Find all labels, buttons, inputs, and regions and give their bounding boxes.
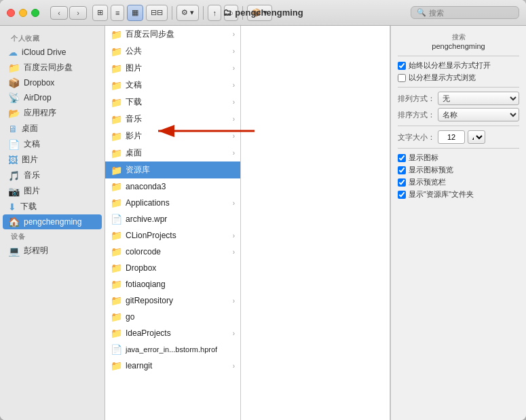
checkbox-always-column[interactable] xyxy=(398,62,406,70)
file-item-clion[interactable]: 📁 CLionProjects › xyxy=(105,227,240,244)
sidebar-item-pics[interactable]: 🖼 图片 xyxy=(0,152,105,168)
sidebar-item-airdrop[interactable]: 📡 AirDrop xyxy=(0,90,105,105)
file-label: archive.wpr xyxy=(126,214,167,224)
back-button[interactable]: ‹ xyxy=(50,6,68,20)
file-item-pictures[interactable]: 📁 图片 › xyxy=(105,60,240,77)
file-item-public[interactable]: 📁 公共 › xyxy=(105,43,240,60)
sidebar-item-music[interactable]: 🎵 音乐 xyxy=(0,168,105,183)
minimize-button[interactable] xyxy=(19,9,27,17)
view-list-button[interactable]: ≡ xyxy=(111,5,124,21)
arrow-icon: › xyxy=(233,297,235,305)
sidebar-item-icloud[interactable]: ☁ iCloud Drive xyxy=(0,45,105,60)
file-item-learngit[interactable]: 📁 learngit › xyxy=(105,358,240,374)
sidebar-item-docs[interactable]: 📄 文稿 xyxy=(0,136,105,152)
arrow-icon: › xyxy=(233,98,235,106)
icloud-icon: ☁ xyxy=(8,47,18,58)
file-item-dropbox[interactable]: 📁 Dropbox xyxy=(105,260,240,276)
file-item-baidu[interactable]: 📁 百度云同步盘 › xyxy=(105,26,240,43)
maximize-button[interactable] xyxy=(31,9,39,17)
file-icon: 📄 xyxy=(111,344,122,355)
file-label: anaconda3 xyxy=(126,182,166,191)
sidebar-item-baidu[interactable]: 📁 百度云同步盘 xyxy=(0,60,105,75)
size-input[interactable] xyxy=(438,130,465,144)
file-label: 公共 xyxy=(126,45,142,57)
search-input[interactable] xyxy=(429,9,510,17)
file-label: 图片 xyxy=(126,62,142,74)
forward-button[interactable]: › xyxy=(69,6,87,20)
dropbox-icon: 📦 xyxy=(8,77,20,88)
sidebar-label-downloads: 下载 xyxy=(20,201,37,212)
sidebar-item-photos[interactable]: 📷 图片 xyxy=(0,183,105,199)
order-select[interactable]: 名称 xyxy=(438,108,519,121)
file-item-idea[interactable]: 📁 IdeaProjects › xyxy=(105,325,240,341)
sidebar-label-airdrop: AirDrop xyxy=(24,93,52,102)
file-item-colorcode[interactable]: 📁 colorcode › xyxy=(105,244,240,260)
panel-search-label: 搜索 xyxy=(398,33,519,42)
file-item-fotiaoqiang[interactable]: 📁 fotiaoqiang xyxy=(105,276,240,292)
file-label: colorcode xyxy=(126,247,161,256)
folder-icon: 📁 xyxy=(111,97,122,108)
divider2 xyxy=(398,87,519,88)
sidebar-label-music: 音乐 xyxy=(24,170,40,181)
file-item-anaconda[interactable]: 📁 anaconda3 xyxy=(105,178,240,195)
folder-icon: 📁 xyxy=(111,295,122,306)
music-icon: 🎵 xyxy=(8,170,20,181)
close-button[interactable] xyxy=(7,9,15,17)
sidebar-item-dropbox[interactable]: 📦 Dropbox xyxy=(0,75,105,90)
file-item-archive[interactable]: 📄 archive.wpr xyxy=(105,211,240,227)
photos-icon: 📷 xyxy=(8,186,20,197)
file-item-applications[interactable]: 📁 Applications › xyxy=(105,195,240,211)
file-label: CLionProjects xyxy=(126,231,176,240)
separator1 xyxy=(172,6,172,20)
checkbox-show-preview-pane[interactable] xyxy=(398,178,406,187)
arrow-icon: › xyxy=(233,199,235,207)
sidebar: 个人收藏 ☁ iCloud Drive 📁 百度云同步盘 📦 Dropbox 📡… xyxy=(0,26,105,420)
search-bar[interactable]: 🔍 xyxy=(411,6,519,19)
share-button[interactable]: ↑ xyxy=(208,5,221,21)
folder-icon: 📁 xyxy=(111,165,122,176)
apps-icon: 📂 xyxy=(8,108,20,119)
action-button[interactable]: ⚙ ▾ xyxy=(176,5,199,21)
file-label: learngit xyxy=(126,361,152,370)
folder-icon: 📁 xyxy=(111,63,122,74)
folder-icon: 📁 xyxy=(111,46,122,57)
panel-search: 搜索 pengchengming xyxy=(398,33,519,50)
checkbox-column-browse[interactable] xyxy=(398,74,406,82)
view-column-button[interactable]: ▦ xyxy=(127,5,143,21)
file-item-music[interactable]: 📁 音乐 › xyxy=(105,111,240,128)
folder-icon: 📁 xyxy=(111,29,122,40)
nav-buttons: ‹ › xyxy=(50,6,87,20)
arrow-icon: › xyxy=(233,149,235,157)
sidebar-item-downloads[interactable]: ⬇ 下载 xyxy=(0,199,105,214)
file-item-library[interactable]: 📁 资源库 xyxy=(105,161,240,178)
window-title: pengchengming xyxy=(235,7,303,18)
file-item-documents[interactable]: 📁 文稿 › xyxy=(105,77,240,94)
sidebar-item-apps[interactable]: 📂 应用程序 xyxy=(0,105,105,121)
folder-icon: 📁 xyxy=(111,360,122,371)
file-item-gitrepo[interactable]: 📁 gitRepository › xyxy=(105,292,240,309)
checkbox-show-icon[interactable] xyxy=(398,154,406,162)
sidebar-item-home[interactable]: 🏠 pengchengming xyxy=(3,214,102,229)
sidebar-item-device[interactable]: 💻 彭程明 xyxy=(0,243,105,259)
folder-icon: 📁 xyxy=(111,328,122,339)
folder-icon: 📁 xyxy=(111,114,122,125)
checkbox-show-preview[interactable] xyxy=(398,166,406,174)
divider1 xyxy=(398,56,519,56)
view-icon-button[interactable]: ⊞ xyxy=(92,5,108,21)
panel-sort-row: 排列方式： 无 xyxy=(398,92,519,105)
checkbox-show-icon-label: 显示图标 xyxy=(409,153,438,163)
file-item-java-error[interactable]: 📄 java_error_in...bstorm.hprof xyxy=(105,341,240,358)
order-label: 排序方式： xyxy=(398,110,435,120)
file-item-desktop[interactable]: 📁 桌面 › xyxy=(105,145,240,161)
file-item-downloads[interactable]: 📁 下载 › xyxy=(105,94,240,111)
file-label: java_error_in...bstorm.hprof xyxy=(126,345,217,354)
file-label: 音乐 xyxy=(126,113,142,125)
file-item-go[interactable]: 📁 go xyxy=(105,309,240,325)
checkbox-show-library[interactable] xyxy=(398,191,406,199)
sidebar-item-desktop[interactable]: 🖥 桌面 xyxy=(0,121,105,136)
sort-select[interactable]: 无 xyxy=(438,92,519,105)
size-stepper[interactable]: ▲▼ xyxy=(468,130,485,144)
file-item-movies[interactable]: 📁 影片 › xyxy=(105,128,240,145)
view-cover-button[interactable]: ⊟⊟ xyxy=(146,5,168,21)
sidebar-label-desktop: 桌面 xyxy=(22,123,38,134)
